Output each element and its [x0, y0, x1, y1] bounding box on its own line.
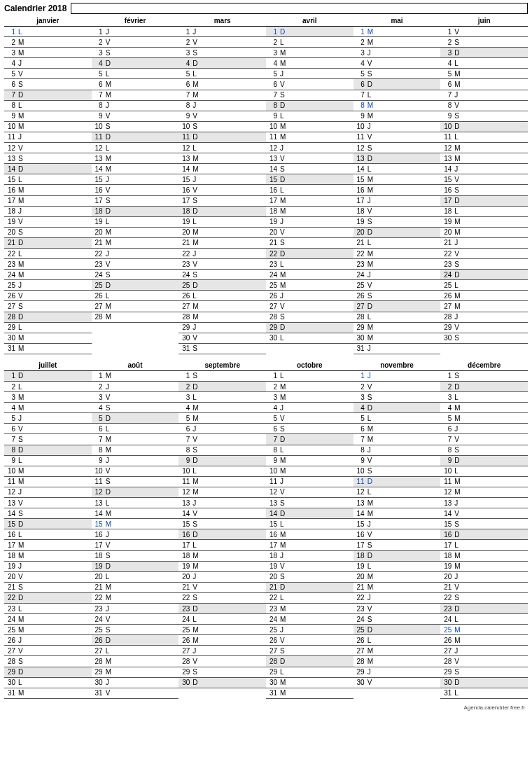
day-weekday: J	[106, 679, 115, 686]
day-cell: 17S	[178, 196, 266, 207]
day-number: 12	[355, 488, 368, 496]
day-cell: 9V	[354, 456, 441, 466]
day-weekday: V	[18, 573, 28, 581]
day-number: 30	[180, 334, 192, 342]
day-weekday: J	[280, 626, 290, 634]
day-cell: 29M	[92, 667, 179, 678]
day-cell: 12J	[4, 487, 92, 498]
day-number: 10	[442, 123, 454, 130]
day-weekday: J	[368, 594, 377, 602]
day-cell: 27M	[354, 646, 441, 656]
day-cell: 13J	[178, 498, 266, 508]
day-number: 15	[6, 176, 18, 183]
day-weekday: S	[18, 81, 28, 88]
day-number: 19	[6, 218, 18, 225]
day-number: 16	[355, 531, 368, 539]
day-cell: 29S	[440, 667, 528, 678]
day-number: 21	[180, 583, 192, 591]
day-weekday: M	[18, 541, 28, 549]
day-number: 4	[180, 60, 192, 67]
day-number: 18	[267, 207, 280, 215]
day-cell: 1L	[266, 371, 354, 382]
day-weekday: M	[106, 583, 115, 591]
day-number: 16	[6, 186, 18, 194]
day-cell: 9S	[440, 111, 528, 122]
day-weekday: J	[192, 250, 202, 258]
day-cell: 30D	[440, 678, 528, 688]
day-weekday: S	[18, 583, 28, 591]
day-cell: 24M	[4, 614, 92, 625]
day-weekday: D	[18, 594, 28, 602]
day-cell: 27L	[92, 646, 179, 656]
day-weekday: V	[192, 436, 202, 443]
day-number: 11	[355, 478, 368, 485]
day-number: 26	[355, 292, 368, 300]
day-weekday: M	[18, 404, 28, 412]
day-cell: 6M	[354, 424, 441, 434]
day-cell: 16M	[354, 185, 441, 195]
day-cell: 18J	[266, 551, 354, 562]
day-cell: 2V	[178, 37, 266, 48]
page-title: Calendrier 2018	[4, 4, 66, 13]
day-number: 2	[180, 383, 192, 391]
day-number: 24	[355, 271, 368, 279]
day-weekday: V	[192, 186, 202, 194]
day-number: 9	[267, 112, 280, 120]
day-weekday: L	[280, 372, 290, 380]
day-cell: 28M	[354, 656, 441, 667]
day-cell: 20M	[92, 228, 179, 238]
day-cell: 3M	[4, 392, 92, 403]
day-weekday: V	[454, 324, 464, 331]
day-cell: 6M	[92, 79, 179, 90]
day-cell: 17M	[4, 540, 92, 550]
day-cell: 30V	[178, 333, 266, 344]
day-weekday: D	[454, 197, 464, 204]
day-number: 23	[355, 261, 368, 268]
day-cell: 2J	[92, 382, 179, 392]
day-weekday: L	[368, 415, 377, 422]
day-weekday: M	[192, 626, 202, 634]
day-number: 30	[442, 334, 454, 342]
day-weekday: S	[368, 218, 377, 225]
day-cell: 30D	[178, 678, 266, 688]
day-cell: 1J	[178, 27, 266, 37]
day-cell: 6M	[440, 79, 528, 90]
day-weekday: J	[106, 383, 115, 391]
day-cell: 8M	[92, 445, 179, 456]
day-cell: 23M	[266, 604, 354, 614]
day-cell: 16S	[440, 185, 528, 195]
day-weekday: M	[454, 488, 464, 496]
day-number: 22	[180, 250, 192, 258]
day-cell: 21M	[92, 583, 179, 593]
month-header: octobre	[266, 360, 354, 371]
day-cell: 9J	[92, 456, 179, 466]
day-cell: 1S	[178, 371, 266, 382]
day-cell: 15L	[266, 519, 354, 529]
day-weekday: L	[192, 144, 202, 152]
day-weekday: M	[368, 112, 377, 120]
day-cell: 1D	[266, 27, 354, 37]
day-number: 4	[6, 60, 18, 67]
day-number: 17	[6, 197, 18, 204]
day-weekday: M	[18, 49, 28, 57]
day-cell: 17M	[4, 196, 92, 207]
day-cell: 22M	[354, 249, 441, 259]
day-number: 4	[267, 404, 280, 412]
day-weekday: L	[454, 394, 464, 401]
day-weekday: L	[454, 467, 464, 475]
day-number: 2	[180, 39, 192, 46]
title-input-box[interactable]	[71, 3, 528, 14]
day-number: 5	[267, 415, 280, 422]
day-number: 30	[6, 334, 18, 342]
day-cell: 28L	[354, 312, 441, 323]
day-weekday: J	[18, 488, 28, 496]
day-cell: 16V	[92, 185, 179, 195]
day-number: 8	[355, 446, 368, 454]
day-weekday: M	[454, 303, 464, 310]
day-weekday: M	[280, 197, 290, 204]
day-number: 27	[6, 303, 18, 310]
day-weekday: J	[454, 573, 464, 581]
day-number: 21	[6, 239, 18, 246]
day-number: 11	[6, 133, 18, 141]
day-cell: 30M	[354, 333, 441, 344]
